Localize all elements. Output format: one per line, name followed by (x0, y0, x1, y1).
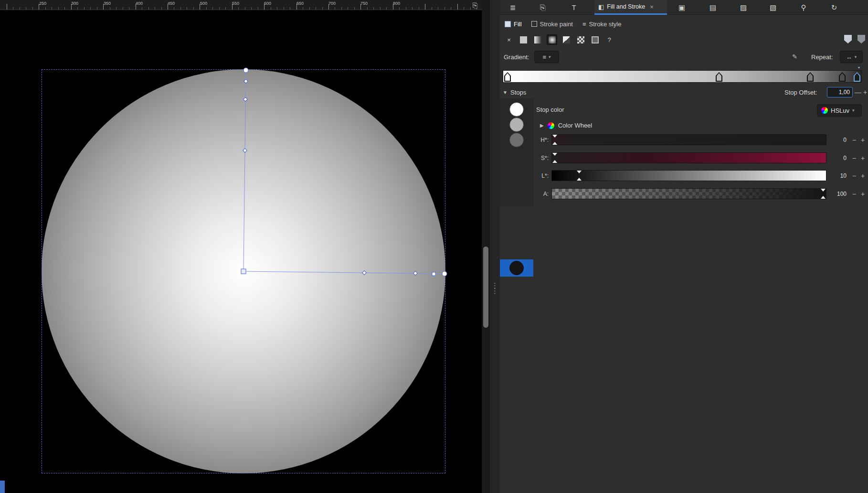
gradient-stop-node[interactable] (362, 271, 366, 275)
paint-unknown-button[interactable]: ? (604, 34, 614, 45)
find-icon[interactable]: ⚲ (798, 2, 809, 13)
colorspace-label: HSLuv (831, 107, 849, 114)
tab-fill[interactable]: Fill (505, 21, 522, 28)
gradient-stop-node[interactable] (413, 271, 417, 275)
repeat-dropdown[interactable]: ↔ ▾ (840, 51, 863, 63)
edit-gradient-icon[interactable]: ✎ (792, 53, 797, 60)
scrollbar-thumb[interactable] (483, 246, 488, 328)
paint-radial-gradient-button[interactable] (547, 34, 557, 45)
offset-minus-button[interactable]: — (854, 88, 862, 96)
gradient-stop-node[interactable] (244, 79, 248, 83)
ruler-label: 550 (232, 1, 239, 6)
fill-rule-nonzero-button[interactable] (843, 34, 853, 44)
export-icon[interactable]: ⎘ (537, 2, 549, 13)
hue-label: H*: (528, 137, 549, 143)
stops-expander-icon[interactable]: ▼ (503, 90, 508, 95)
paint-none-button[interactable]: × (504, 34, 514, 45)
stop-swatch-selected[interactable] (509, 261, 524, 275)
gradient-stop-marker[interactable] (807, 72, 814, 82)
canvas-vertical-scrollbar[interactable] (482, 0, 490, 493)
ruler-corner-icon[interactable]: ⎘ (470, 0, 480, 10)
hue-value[interactable]: 0 (830, 137, 847, 143)
text-icon[interactable]: T (568, 2, 580, 13)
gradient-stop-marker[interactable] (716, 72, 722, 82)
stops-header-label[interactable]: Stops (510, 89, 526, 96)
saturation-plus-button[interactable]: + (859, 154, 867, 162)
saturation-value[interactable]: 0 (830, 155, 847, 161)
horizontal-ruler[interactable]: 250 300 350 400 450 500 550 600 650 700 … (0, 0, 482, 10)
paint-flat-button[interactable] (518, 34, 529, 45)
slider-marker (552, 153, 557, 156)
gradient-stop-marker-selected[interactable] (854, 72, 860, 82)
saturation-minus-button[interactable]: − (850, 154, 858, 162)
stroke-style-icon: ≡ (582, 21, 586, 28)
color-wheel-expander-row[interactable]: ▶ Color Wheel (540, 122, 592, 129)
chevron-down-icon: ▾ (549, 54, 551, 59)
gradient-stop-marker[interactable] (839, 72, 846, 82)
gradient-row: Gradient: ≡ ▾ ✎ Repeat: ↔ ▾ (500, 51, 868, 64)
fill-swatch-icon (505, 21, 511, 27)
chevron-down-icon: ▾ (852, 108, 855, 113)
lightness-slider[interactable] (551, 170, 826, 181)
paint-pattern-button[interactable] (575, 34, 586, 45)
close-icon[interactable]: × (650, 3, 654, 11)
gradient-stop-node[interactable] (243, 149, 247, 152)
stop-offset-input[interactable]: 1,00 (827, 87, 853, 97)
stop-swatch[interactable] (509, 102, 524, 117)
paint-swatch-button[interactable] (590, 34, 600, 45)
alpha-plus-button[interactable]: + (859, 190, 867, 198)
tab-stroke-style[interactable]: ≡ Stroke style (582, 21, 622, 28)
alpha-slider[interactable] (551, 188, 826, 199)
tab-label: Fill and Stroke (607, 3, 645, 10)
gradient-select-dropdown[interactable]: ≡ ▾ (534, 51, 559, 63)
layers-icon[interactable]: ▤ (707, 2, 719, 13)
gradient-stop-marker[interactable] (504, 72, 511, 82)
fill-rule-evenodd-button[interactable] (856, 34, 867, 44)
stop-marker-fill (505, 73, 510, 81)
alpha-minus-button[interactable]: − (850, 190, 858, 198)
color-wheel-icon (548, 122, 554, 129)
symbols-icon[interactable]: ▨ (738, 2, 749, 13)
gradient-preview-strip[interactable] (503, 70, 862, 83)
stop-swatch-selected-row[interactable] (500, 259, 533, 277)
tab-stroke-paint[interactable]: Stroke paint (531, 21, 573, 28)
tab-stroke-paint-label: Stroke paint (540, 21, 573, 28)
splitter-grip-icon[interactable]: ⋮⋮ (490, 283, 500, 293)
lightness-value[interactable]: 10 (830, 172, 847, 179)
slider-marker (552, 160, 557, 163)
fill-rule-evenodd-icon (857, 35, 865, 43)
stop-swatch[interactable] (509, 118, 524, 132)
ruler-label: 800 (393, 1, 400, 6)
paint-servers-icon[interactable]: ▧ (767, 2, 779, 13)
tab-fill-and-stroke[interactable]: ◧ Fill and Stroke × (594, 0, 667, 15)
ruler-label: 600 (264, 1, 271, 6)
gradient-radius-handle-right[interactable] (442, 271, 447, 276)
canvas[interactable]: 250 300 350 400 450 500 550 600 650 700 … (0, 0, 482, 493)
gradient-stop-node[interactable] (243, 97, 247, 101)
gradient-radius-handle-top[interactable] (243, 68, 248, 73)
gradient-center-handle[interactable] (241, 269, 246, 274)
alpha-value[interactable]: 100 (830, 191, 847, 197)
paint-mesh-gradient-button[interactable] (561, 34, 572, 45)
slider-marker (552, 135, 557, 138)
saturation-slider[interactable] (551, 152, 826, 163)
ruler-label: 750 (360, 1, 368, 6)
slider-marker (821, 189, 826, 192)
hue-slider[interactable] (551, 134, 826, 145)
colorspace-dropdown[interactable]: HSLuv ▾ (817, 104, 862, 117)
offset-plus-button[interactable]: + (861, 88, 868, 96)
expander-right-icon: ▶ (540, 123, 544, 128)
lightness-plus-button[interactable]: + (859, 171, 867, 180)
hue-minus-button[interactable]: − (850, 136, 858, 144)
lightness-minus-button[interactable]: − (850, 171, 858, 180)
image-icon[interactable]: ▣ (676, 2, 688, 13)
hue-plus-button[interactable]: + (859, 136, 867, 144)
tab-stroke-style-label: Stroke style (589, 21, 622, 28)
paint-linear-gradient-button[interactable] (532, 34, 543, 45)
panel-splitter[interactable]: ⋮⋮ (490, 0, 500, 493)
saturation-slider-row: S*: 0 − + (500, 152, 868, 164)
gradient-stop-node[interactable] (432, 272, 435, 276)
color-wheel-icon (821, 107, 828, 114)
history-icon[interactable]: ↻ (828, 2, 840, 13)
objects-icon[interactable]: ≣ (507, 2, 519, 13)
